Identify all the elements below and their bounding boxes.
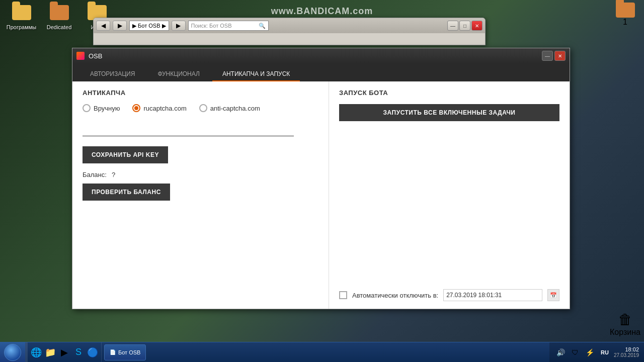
osb-window-controls: — ✕	[542, 51, 566, 61]
tab-anticaptcha[interactable]: АНТИКАПЧА И ЗАПУСК	[212, 67, 300, 81]
tray-icon-3[interactable]: ⚡	[584, 346, 596, 358]
start-orb-icon	[4, 344, 21, 361]
explorer-window: ◀ ▶ ▶ Бот OSB ▶ ▶ Поиск: Бот OSB 🔍 — □ ✕	[93, 18, 486, 45]
explorer-close-button[interactable]: ✕	[471, 21, 482, 31]
explorer-titlebar: ◀ ▶ ▶ Бот OSB ▶ ▶ Поиск: Бот OSB 🔍 — □ ✕	[94, 18, 485, 33]
desktop-icon-dedicated-label: Dedicated	[47, 24, 72, 30]
trash-label: Корзина	[610, 328, 640, 337]
auto-disable-checkbox[interactable]	[339, 291, 347, 299]
search-bar[interactable]: Поиск: Бот OSB 🔍	[188, 21, 269, 31]
tray-icon-2[interactable]: 🛡	[569, 346, 581, 358]
radio-rucaptcha[interactable]: rucaptcha.com	[132, 104, 186, 112]
tab-func[interactable]: ФУНКЦИОНАЛ	[147, 67, 210, 81]
captcha-radio-group: Вручную rucaptcha.com anti-captcha.com	[83, 104, 318, 112]
launch-all-tasks-button[interactable]: ЗАПУСТИТЬ ВСЕ ВКЛЮЧЕННЫЕ ЗАДАЧИ	[339, 104, 559, 121]
tab-auth[interactable]: АВТОРИЗАЦИЯ	[80, 67, 145, 81]
osb-titlebar: OSB — ✕	[72, 48, 570, 63]
auto-disable-row: Автоматически отключить в: 📅	[339, 289, 559, 301]
radio-anticaptcha-label: anti-captcha.com	[210, 105, 260, 112]
bot-launch-title: ЗАПУСК БОТА	[339, 89, 559, 97]
anticaptcha-title: АНТИКАПЧА	[83, 89, 318, 97]
go-button[interactable]: ▶	[172, 21, 186, 31]
radio-rucaptcha-label: rucaptcha.com	[143, 105, 186, 112]
bandicam-watermark: www.BANDICAM.com	[271, 6, 373, 17]
desktop: www.BANDICAM.com Программы Dedicated Игр…	[0, 0, 644, 362]
explorer-window-controls: — □ ✕	[447, 21, 482, 31]
osb-title-text: OSB	[89, 52, 102, 60]
trash-icon: 🗑	[618, 311, 632, 328]
calendar-picker-button[interactable]: 📅	[547, 289, 559, 301]
save-api-key-button[interactable]: СОХРАНИТЬ API KEY	[83, 146, 168, 163]
back-button[interactable]: ◀	[96, 21, 110, 31]
radio-manual-label: Вручную	[94, 105, 120, 112]
osb-minimize-button[interactable]: —	[542, 51, 553, 61]
auto-disable-label: Автоматически отключить в:	[352, 292, 438, 299]
radio-manual[interactable]: Вручную	[83, 104, 120, 112]
explorer-maximize-button[interactable]: □	[459, 21, 470, 31]
osb-title-area: OSB	[76, 52, 102, 60]
start-button[interactable]	[0, 342, 25, 362]
taskbar-skype-icon[interactable]: S	[72, 346, 85, 358]
folder-programs-icon	[12, 3, 32, 23]
balance-label: Баланс:	[83, 171, 107, 178]
taskbar: 🌐 📁 ▶ S 🔵 📄 Бот OSB 🔊 🛡 ⚡ RU 18:02 27.03…	[0, 342, 644, 362]
api-key-input[interactable]	[83, 122, 294, 136]
anticaptcha-panel: АНТИКАПЧА Вручную rucaptcha.com	[72, 81, 329, 309]
explorer-minimize-button[interactable]: —	[447, 21, 458, 31]
taskbar-items: 📄 Бот OSB	[102, 344, 549, 360]
desktop-icon-right-1[interactable]: 1	[611, 3, 639, 27]
osb-window: OSB — ✕ АВТОРИЗАЦИЯ ФУНКЦИОНАЛ АНТИКАПЧА…	[72, 48, 570, 309]
desktop-icon-programs[interactable]: Программы	[5, 3, 38, 30]
taskbar-media-icon[interactable]: ▶	[58, 346, 70, 358]
taskbar-tray: 🔊 🛡 ⚡ RU 18:02 27.03.2019	[549, 342, 644, 362]
taskbar-item-botosb[interactable]: 📄 Бот OSB	[104, 344, 146, 360]
desktop-icon-trash[interactable]: 🗑 Корзина	[611, 311, 639, 337]
osb-tabs: АВТОРИЗАЦИЯ ФУНКЦИОНАЛ АНТИКАПЧА И ЗАПУС…	[72, 63, 570, 81]
radio-anticaptcha-circle	[199, 104, 207, 112]
radio-rucaptcha-dot	[134, 106, 138, 110]
taskbar-ie-icon[interactable]: 🌐	[30, 346, 42, 358]
tray-icon-1[interactable]: 🔊	[554, 346, 567, 358]
auto-disable-datetime-input[interactable]	[443, 289, 542, 301]
osb-close-button[interactable]: ✕	[554, 51, 566, 61]
radio-anticaptcha[interactable]: anti-captcha.com	[199, 104, 260, 112]
taskbar-explorer-icon[interactable]: 📁	[44, 346, 56, 358]
explorer-title-area: ◀ ▶ ▶ Бот OSB ▶ ▶ Поиск: Бот OSB 🔍	[96, 21, 269, 31]
taskbar-lang: RU	[601, 349, 609, 355]
taskbar-clock: 18:02 27.03.2019	[614, 346, 639, 358]
check-balance-button[interactable]: ПРОВЕРИТЬ БАЛАНС	[83, 184, 170, 201]
taskbar-chrome-icon[interactable]: 🔵	[87, 346, 99, 358]
folder-dedicated-icon	[49, 3, 69, 23]
desktop-icon-dedicated[interactable]: Dedicated	[43, 3, 75, 30]
desktop-icon-programs-label: Программы	[7, 24, 36, 30]
radio-manual-circle	[83, 104, 91, 112]
address-bar[interactable]: ▶ Бот OSB ▶	[129, 21, 169, 31]
desktop-icon-right-label: 1	[623, 18, 627, 27]
radio-rucaptcha-circle	[132, 104, 140, 112]
bot-launch-panel: ЗАПУСК БОТА ЗАПУСТИТЬ ВСЕ ВКЛЮЧЕННЫЕ ЗАД…	[329, 81, 570, 309]
forward-button[interactable]: ▶	[113, 21, 127, 31]
osb-content: АНТИКАПЧА Вручную rucaptcha.com	[72, 81, 570, 309]
balance-value: ?	[112, 171, 115, 178]
folder-right-icon	[616, 3, 635, 18]
osb-app-icon	[76, 52, 85, 60]
balance-row: Баланс: ?	[83, 171, 318, 178]
